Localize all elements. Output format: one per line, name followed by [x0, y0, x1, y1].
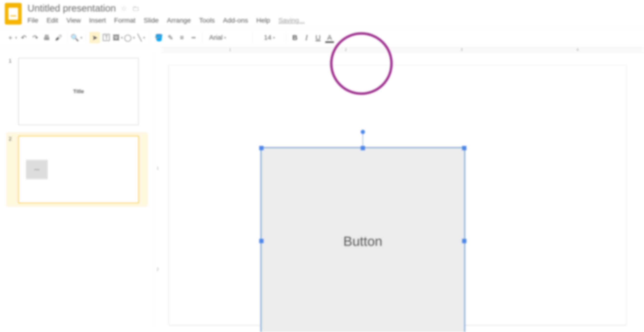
document-title[interactable]: Untitled presentation: [28, 3, 116, 14]
separator: [86, 32, 86, 43]
ruler-tick: 3: [461, 48, 463, 52]
menu-edit[interactable]: Edit: [46, 16, 58, 24]
slides-logo: [5, 3, 22, 24]
fill-color-button[interactable]: 🪣: [154, 32, 164, 43]
slide-canvas[interactable]: Button: [169, 65, 626, 325]
resize-handle-e[interactable]: [462, 239, 466, 243]
slide-thumb-2[interactable]: 2 —: [6, 132, 148, 207]
ruler-tick: 2: [345, 48, 347, 52]
undo-button[interactable]: ↶: [18, 32, 29, 43]
font-size-select[interactable]: 14: [256, 32, 282, 43]
separator: [252, 32, 253, 43]
separator: [202, 32, 202, 43]
ruler-tick: 4: [576, 48, 579, 52]
vruler-tick: 2: [156, 267, 159, 272]
menu-view[interactable]: View: [66, 16, 81, 24]
underline-button[interactable]: U: [313, 32, 323, 43]
shape-tool[interactable]: ◯: [124, 32, 135, 43]
slide-number: 2: [9, 136, 14, 203]
separator: [67, 32, 67, 43]
folder-icon[interactable]: 🗀: [132, 4, 139, 12]
resize-handle-n[interactable]: [361, 146, 365, 150]
horizontal-ruler: 1 2 3 4: [162, 47, 644, 53]
pencil-icon: ✎: [168, 34, 173, 42]
slide-thumbnail-panel: 1 Title 2 —: [0, 53, 154, 327]
star-icon[interactable]: ☆: [121, 4, 127, 12]
menu-bar: File Edit View Insert Format Slide Arran…: [28, 16, 304, 24]
slide-thumbnail: —: [18, 136, 139, 203]
resize-handle-nw[interactable]: [259, 146, 264, 150]
separator: [286, 32, 286, 43]
menu-slide[interactable]: Slide: [144, 16, 158, 24]
menu-arrange[interactable]: Arrange: [167, 16, 191, 24]
slides-logo-glyph: [8, 8, 18, 20]
resize-handle-w[interactable]: [259, 239, 264, 243]
shape-text: Button: [343, 233, 382, 249]
selected-shape[interactable]: Button: [260, 147, 465, 332]
menu-insert[interactable]: Insert: [89, 16, 106, 24]
resize-handle-ne[interactable]: [462, 146, 466, 150]
italic-button[interactable]: I: [301, 32, 312, 43]
bold-button[interactable]: B: [290, 32, 300, 43]
thumb-title-text: Title: [73, 88, 84, 95]
title-row: Untitled presentation ☆ 🗀: [28, 3, 304, 14]
ruler-tick: 1: [229, 48, 231, 52]
slide-canvas-area: 1 2 Button: [154, 53, 644, 327]
slide-thumb-1[interactable]: 1 Title: [9, 58, 145, 125]
menu-tools[interactable]: Tools: [199, 16, 215, 24]
slide-number: 1: [9, 58, 14, 125]
text-color-button[interactable]: A: [324, 32, 335, 43]
zoom-button[interactable]: 🔍: [70, 32, 82, 43]
image-tool[interactable]: 🖼: [112, 32, 123, 43]
weight-icon: ≡: [180, 34, 184, 41]
menu-file[interactable]: File: [28, 16, 38, 24]
toolbar: ＋ ↶ ↷ 🖶 🖌 🔍 ➤ 🅃 🖼 ◯ ╲ 🪣 ✎ ≡ ┅ Arial 14 B…: [0, 28, 644, 47]
vruler-tick: 1: [156, 166, 159, 170]
menu-help[interactable]: Help: [256, 16, 270, 24]
separator: [150, 32, 150, 43]
paint-format-button[interactable]: 🖌: [53, 32, 64, 43]
line-tool[interactable]: ╲: [136, 32, 146, 43]
document-head: Untitled presentation ☆ 🗀 File Edit View…: [28, 3, 304, 24]
new-slide-button[interactable]: ＋: [7, 32, 17, 43]
menu-format[interactable]: Format: [114, 16, 136, 24]
border-color-button[interactable]: ✎: [165, 32, 176, 43]
textbox-tool[interactable]: 🅃: [101, 32, 112, 43]
select-tool[interactable]: ➤: [90, 32, 100, 43]
saving-status: Saving...: [278, 16, 304, 24]
slide-thumbnail: Title: [18, 58, 139, 125]
app-header: Untitled presentation ☆ 🗀 File Edit View…: [0, 0, 644, 24]
border-dash-button[interactable]: ┅: [188, 32, 199, 43]
print-button[interactable]: 🖶: [42, 32, 52, 43]
thumb-shape-preview: —: [26, 160, 48, 179]
font-family-select[interactable]: Arial: [206, 32, 249, 43]
redo-button[interactable]: ↷: [30, 32, 40, 43]
menu-addons[interactable]: Add-ons: [223, 16, 248, 24]
border-weight-button[interactable]: ≡: [176, 32, 187, 43]
rotation-handle[interactable]: [361, 130, 365, 134]
vertical-ruler: 1 2: [156, 65, 164, 327]
main-area: 1 Title 2 — 1 2 Button: [0, 53, 644, 327]
